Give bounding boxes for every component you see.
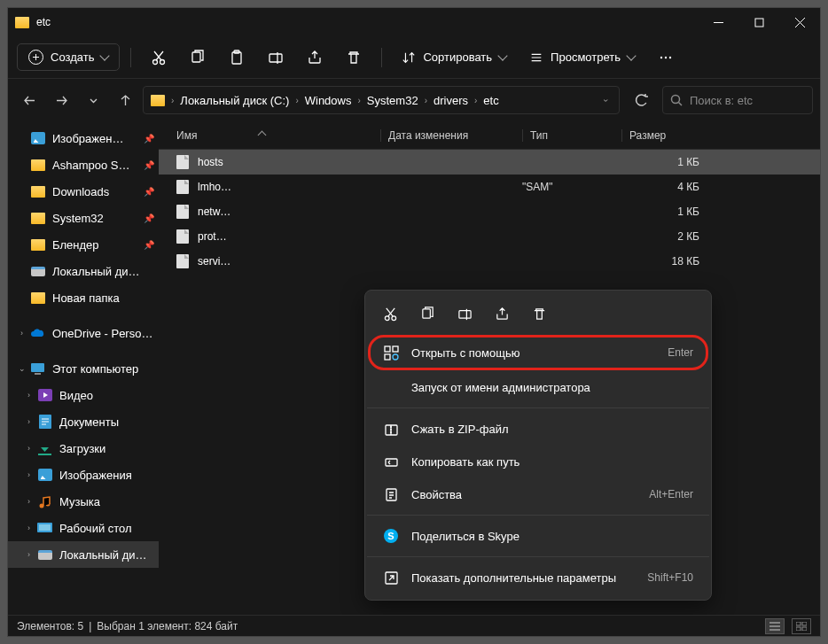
cut-button[interactable] — [374, 299, 406, 328]
svg-rect-33 — [802, 622, 807, 625]
sort-asc-icon — [258, 131, 267, 140]
up-button[interactable] — [111, 86, 139, 114]
breadcrumb[interactable]: Windows — [301, 94, 355, 107]
file-row[interactable]: servi…18 КБ — [159, 249, 820, 274]
svg-rect-34 — [796, 627, 801, 631]
refresh-button[interactable] — [627, 86, 655, 114]
svg-rect-22 — [422, 308, 430, 317]
delete-button[interactable] — [337, 41, 371, 74]
sidebar-item[interactable]: Downloads📌 — [8, 178, 159, 205]
forward-button[interactable] — [47, 86, 75, 114]
file-row[interactable]: netw…1 КБ — [159, 199, 820, 224]
properties-item[interactable]: Свойства Alt+Enter — [371, 478, 706, 510]
breadcrumb[interactable]: Локальный диск (C:) — [176, 94, 293, 107]
column-type[interactable]: Тип — [522, 129, 621, 142]
rename-button[interactable] — [259, 41, 293, 74]
close-button[interactable] — [779, 8, 820, 36]
compress-zip-item[interactable]: Сжать в ZIP-файл — [371, 413, 706, 445]
sidebar-item[interactable]: Новая папка — [8, 284, 159, 311]
sidebar-item[interactable]: ›Рабочий стол — [8, 515, 159, 541]
folder-icon — [15, 17, 29, 28]
sidebar-item[interactable]: Блендер📌 — [8, 231, 159, 258]
sidebar-item[interactable]: ›Видео — [8, 382, 159, 408]
share-button[interactable] — [298, 41, 332, 74]
sidebar-item[interactable]: ›Документы — [8, 408, 159, 435]
sidebar-item[interactable]: ›OneDrive - Perso… — [8, 320, 159, 346]
chevron-down-icon[interactable] — [79, 86, 107, 114]
plus-icon — [28, 50, 43, 65]
svg-rect-3 — [192, 52, 200, 62]
rename-button[interactable] — [449, 299, 480, 328]
sidebar-item[interactable]: ›Загрузки — [8, 435, 159, 462]
column-size[interactable]: Размер — [621, 129, 710, 142]
sidebar-item[interactable]: ›Локальный ди… — [8, 541, 159, 568]
search-input[interactable]: Поиск в: etc — [662, 86, 813, 114]
new-button[interactable]: Создать — [17, 43, 120, 71]
svg-point-27 — [393, 354, 398, 360]
sidebar-item[interactable]: ⌄Этот компьютер — [8, 355, 159, 382]
delete-button[interactable] — [523, 299, 555, 328]
search-icon — [670, 94, 683, 106]
explorer-window: etc Создать Сортировать Просмотреть — [7, 7, 821, 637]
expand-icon — [383, 570, 399, 586]
sort-button[interactable]: Сортировать — [393, 45, 515, 70]
svg-rect-15 — [38, 454, 51, 455]
file-icon — [176, 254, 189, 268]
svg-rect-6 — [269, 54, 282, 62]
minimize-button[interactable] — [698, 8, 738, 36]
run-as-admin-item[interactable]: Запуск от имени администратора — [371, 371, 706, 403]
column-name[interactable]: Имя — [176, 129, 380, 142]
chevron-down-icon[interactable]: › — [601, 96, 611, 104]
copy-button[interactable] — [411, 299, 443, 328]
file-row[interactable]: hosts1 КБ — [159, 150, 820, 175]
sidebar-item[interactable]: Ashampoo S…📌 — [8, 151, 159, 178]
breadcrumb[interactable]: etc — [480, 94, 502, 107]
path-icon — [383, 454, 399, 469]
zip-icon — [383, 421, 399, 437]
file-list: Имя Дата изменения Тип Размер hosts1 КБl… — [159, 121, 820, 615]
svg-rect-25 — [393, 346, 398, 352]
breadcrumb[interactable]: drivers — [430, 94, 472, 107]
breadcrumb[interactable]: System32 — [363, 94, 422, 107]
icons-view-button[interactable] — [792, 618, 811, 634]
copy-button[interactable] — [181, 41, 215, 74]
address-bar[interactable]: › Локальный диск (C:)› Windows› System32… — [143, 86, 620, 114]
item-count: Элементов: 5 — [17, 620, 83, 632]
file-icon — [176, 229, 189, 244]
toolbar: Создать Сортировать Просмотреть — [8, 36, 820, 79]
share-skype-item[interactable]: S Поделиться в Skype — [371, 520, 706, 552]
sidebar: Изображен…📌Ashampoo S…📌Downloads📌System3… — [8, 121, 159, 615]
sidebar-item[interactable]: ›Изображения — [8, 462, 159, 488]
maximize-button[interactable] — [738, 8, 779, 36]
details-view-button[interactable] — [765, 618, 785, 634]
back-button[interactable] — [15, 86, 43, 114]
svg-rect-24 — [385, 346, 390, 352]
svg-rect-4 — [232, 52, 241, 64]
svg-rect-26 — [385, 354, 390, 360]
open-with-item[interactable]: Открыть с помощью Enter — [368, 335, 708, 370]
view-button[interactable]: Просмотреть — [520, 45, 644, 70]
status-bar: Элементов: 5 | Выбран 1 элемент: 824 бай… — [8, 615, 820, 636]
chevron-down-icon — [100, 50, 110, 60]
sidebar-item[interactable]: System32📌 — [8, 205, 159, 231]
svg-point-2 — [160, 59, 165, 64]
folder-icon — [151, 95, 165, 106]
share-button[interactable] — [486, 299, 518, 328]
cut-button[interactable] — [142, 41, 176, 74]
svg-point-8 — [665, 56, 667, 58]
show-more-options-item[interactable]: Показать дополнительные параметры Shift+… — [371, 562, 706, 594]
paste-button[interactable] — [220, 41, 254, 74]
column-date[interactable]: Дата изменения — [380, 129, 522, 142]
window-title: etc — [36, 16, 51, 28]
svg-rect-32 — [796, 622, 801, 625]
properties-icon — [383, 486, 399, 502]
sidebar-item[interactable]: Изображен…📌 — [8, 125, 159, 151]
sidebar-item[interactable]: ›Музыка — [8, 488, 159, 515]
more-button[interactable] — [649, 41, 683, 74]
copy-as-path-item[interactable]: Копировать как путь — [371, 446, 706, 477]
sidebar-item[interactable]: Локальный ди… — [8, 258, 159, 284]
file-row[interactable]: lmho…"SAM"4 КБ — [159, 175, 820, 199]
file-row[interactable]: prot…2 КБ — [159, 224, 820, 249]
svg-point-21 — [391, 315, 395, 320]
skype-icon: S — [384, 529, 398, 543]
